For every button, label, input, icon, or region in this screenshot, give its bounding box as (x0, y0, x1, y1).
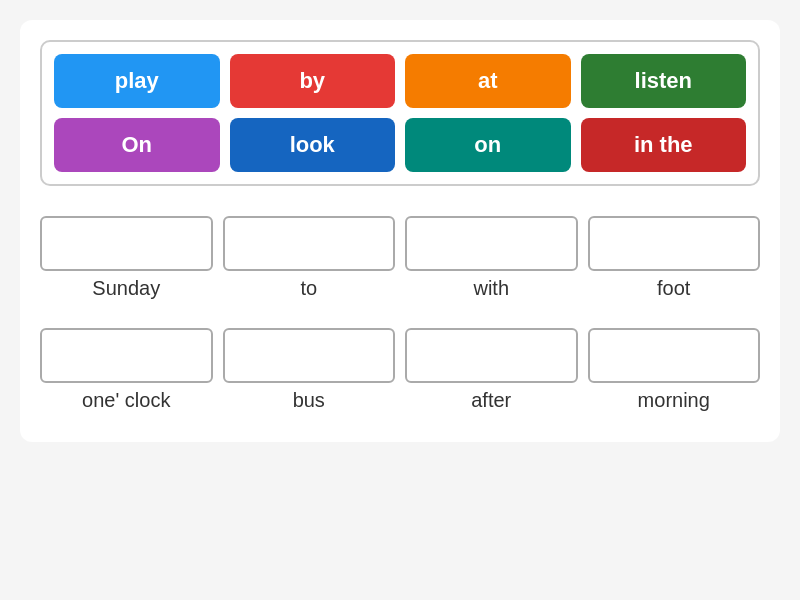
drop-cell-drop-bus: bus (223, 328, 396, 412)
drop-morning-label: morning (638, 389, 710, 412)
btn-on[interactable]: on (405, 118, 571, 172)
drop-row-1: one' clockbusaftermorning (40, 328, 760, 412)
drop-row-0: Sundaytowithfoot (40, 216, 760, 300)
drop-cell-drop-sunday: Sunday (40, 216, 213, 300)
btn-at[interactable]: at (405, 54, 571, 108)
btn-by[interactable]: by (230, 54, 396, 108)
drop-oneclock-label: one' clock (82, 389, 170, 412)
drop-oneclock-box[interactable] (40, 328, 213, 383)
btn-play[interactable]: play (54, 54, 220, 108)
drop-foot-label: foot (657, 277, 690, 300)
drop-to-box[interactable] (223, 216, 396, 271)
drop-cell-drop-after: after (405, 328, 578, 412)
word-bank: playbyatlistenOnlookonin the (40, 40, 760, 186)
drop-cell-drop-oneclock: one' clock (40, 328, 213, 412)
drop-sunday-label: Sunday (92, 277, 160, 300)
drop-sunday-box[interactable] (40, 216, 213, 271)
drop-with-box[interactable] (405, 216, 578, 271)
drop-after-box[interactable] (405, 328, 578, 383)
drop-to-label: to (300, 277, 317, 300)
drop-cell-drop-foot: foot (588, 216, 761, 300)
drop-cell-drop-with: with (405, 216, 578, 300)
drop-bus-box[interactable] (223, 328, 396, 383)
drop-foot-box[interactable] (588, 216, 761, 271)
drop-bus-label: bus (293, 389, 325, 412)
drop-with-label: with (473, 277, 509, 300)
drop-after-label: after (471, 389, 511, 412)
btn-listen[interactable]: listen (581, 54, 747, 108)
drop-rows-wrapper: Sundaytowithfootone' clockbusaftermornin… (40, 216, 760, 422)
drop-cell-drop-to: to (223, 216, 396, 300)
main-container: playbyatlistenOnlookonin the Sundaytowit… (20, 20, 780, 442)
drop-morning-box[interactable] (588, 328, 761, 383)
btn-on-cap[interactable]: On (54, 118, 220, 172)
drop-cell-drop-morning: morning (588, 328, 761, 412)
btn-look[interactable]: look (230, 118, 396, 172)
btn-inthe[interactable]: in the (581, 118, 747, 172)
